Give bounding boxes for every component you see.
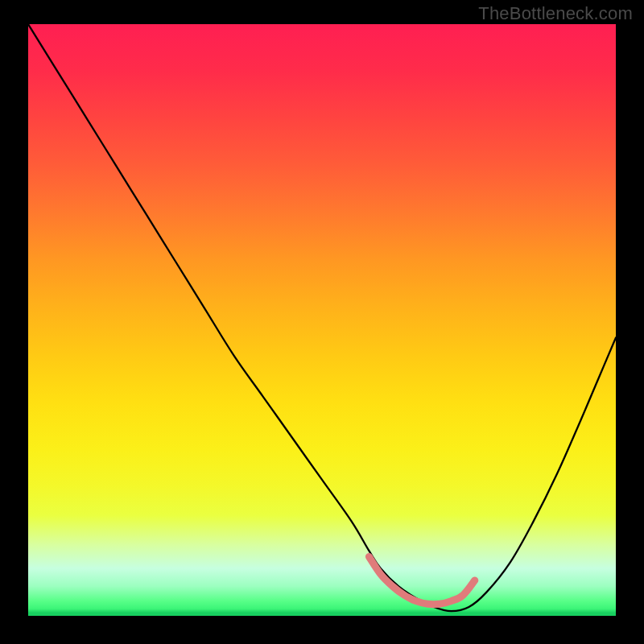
watermark-text: TheBottleneck.com bbox=[478, 3, 633, 24]
optimal-zone-curve bbox=[369, 557, 474, 605]
curve-layer bbox=[28, 24, 616, 616]
bottleneck-curve bbox=[28, 24, 616, 611]
chart-frame: TheBottleneck.com bbox=[0, 0, 644, 644]
plot-area bbox=[28, 24, 616, 616]
